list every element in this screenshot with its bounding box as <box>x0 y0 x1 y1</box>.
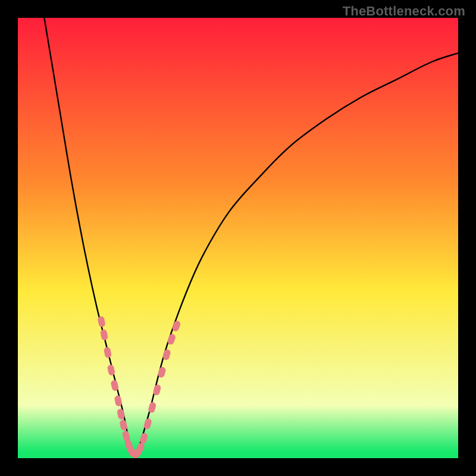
data-point-markers <box>97 316 181 458</box>
curve-layer <box>18 18 458 458</box>
watermark-text: TheBottleneck.com <box>343 4 465 19</box>
data-point-marker <box>97 316 105 328</box>
chart-frame: TheBottleneck.com <box>0 0 476 476</box>
data-point-marker <box>100 329 108 341</box>
plot-area <box>18 18 458 458</box>
data-point-marker <box>171 320 181 333</box>
bottleneck-curve <box>44 18 458 456</box>
data-point-marker <box>104 346 112 358</box>
